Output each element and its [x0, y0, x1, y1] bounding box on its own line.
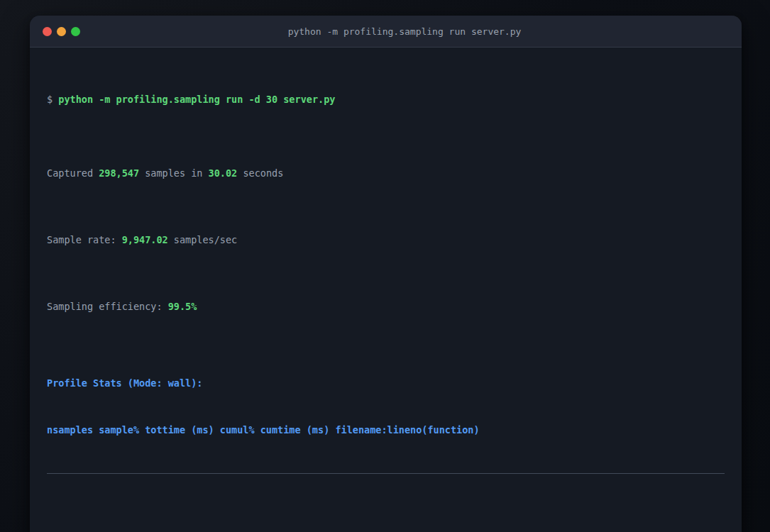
shell-prompt: $	[47, 94, 58, 105]
captured-line: Captured 298,547 samples in 30.02 second…	[47, 165, 725, 181]
terminal-output: $ python -m profiling.sampling run -d 30…	[30, 48, 742, 532]
sample-rate-line: Sample rate: 9,947.02 samples/sec	[47, 232, 725, 248]
captured-samples-value: 298,547	[99, 167, 139, 179]
title-bar: python -m profiling.sampling run server.…	[30, 16, 742, 48]
sample-rate-label: Sample rate:	[47, 234, 122, 245]
terminal-window: python -m profiling.sampling run server.…	[30, 16, 742, 532]
maximize-button[interactable]	[71, 27, 80, 36]
command-text: python -m profiling.sampling run -d 30 s…	[58, 94, 335, 105]
captured-suffix-label: seconds	[237, 167, 283, 179]
table-divider	[47, 473, 725, 474]
efficiency-value: 99.5%	[168, 301, 197, 312]
captured-label: Captured	[47, 167, 99, 179]
profile-stats-heading: Profile Stats (Mode: wall):	[47, 375, 725, 391]
sample-rate-suffix: samples/sec	[168, 234, 238, 245]
captured-seconds-value: 30.02	[209, 167, 238, 179]
window-controls	[43, 27, 80, 36]
sample-rate-value: 9,947.02	[122, 234, 168, 245]
command-line: $ python -m profiling.sampling run -d 30…	[47, 92, 725, 107]
minimize-button[interactable]	[57, 27, 66, 36]
close-button[interactable]	[43, 27, 52, 36]
efficiency-label: Sampling efficiency:	[47, 301, 168, 312]
efficiency-line: Sampling efficiency: 99.5%	[47, 299, 725, 314]
profile-columns-header: nsamples sample% tottime (ms) cumul% cum…	[47, 422, 725, 438]
captured-mid-label: samples in	[139, 167, 209, 179]
window-title: python -m profiling.sampling run server.…	[80, 26, 729, 37]
